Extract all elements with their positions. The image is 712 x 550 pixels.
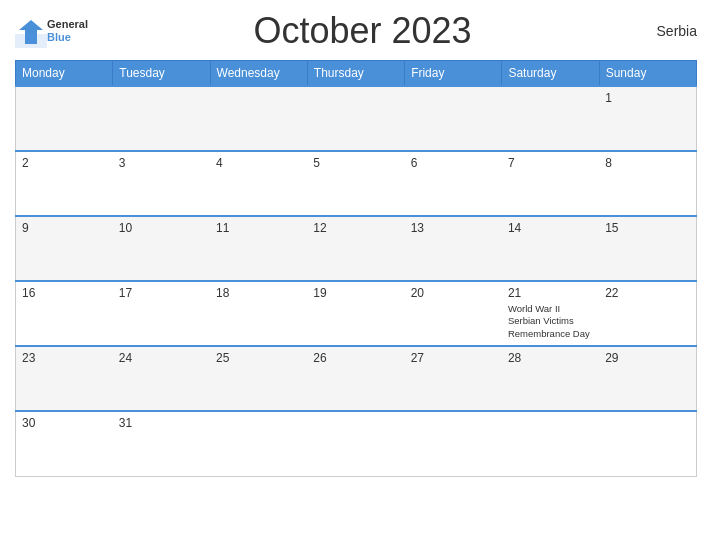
calendar-cell: 26 — [307, 346, 404, 411]
day-number: 11 — [216, 221, 301, 235]
col-saturday: Saturday — [502, 61, 599, 87]
calendar-cell: 23 — [16, 346, 113, 411]
calendar-cell: 17 — [113, 281, 210, 346]
day-number: 18 — [216, 286, 301, 300]
calendar-table: Monday Tuesday Wednesday Thursday Friday… — [15, 60, 697, 477]
day-number: 31 — [119, 416, 204, 430]
day-number: 26 — [313, 351, 398, 365]
day-number: 2 — [22, 156, 107, 170]
day-number: 13 — [411, 221, 496, 235]
calendar-cell: 4 — [210, 151, 307, 216]
day-number: 16 — [22, 286, 107, 300]
day-number: 6 — [411, 156, 496, 170]
calendar-cell: 13 — [405, 216, 502, 281]
calendar-cell — [502, 86, 599, 151]
day-number: 19 — [313, 286, 398, 300]
calendar-cell: 20 — [405, 281, 502, 346]
day-number: 24 — [119, 351, 204, 365]
calendar-cell: 11 — [210, 216, 307, 281]
calendar-cell: 28 — [502, 346, 599, 411]
calendar-cell — [405, 411, 502, 476]
calendar-cell — [210, 86, 307, 151]
day-number: 17 — [119, 286, 204, 300]
calendar-cell: 19 — [307, 281, 404, 346]
day-number: 28 — [508, 351, 593, 365]
col-sunday: Sunday — [599, 61, 696, 87]
calendar-cell — [113, 86, 210, 151]
calendar-cell — [405, 86, 502, 151]
calendar-cell — [210, 411, 307, 476]
day-number: 29 — [605, 351, 690, 365]
day-number: 27 — [411, 351, 496, 365]
day-number: 4 — [216, 156, 301, 170]
col-monday: Monday — [16, 61, 113, 87]
calendar-cell — [599, 411, 696, 476]
col-tuesday: Tuesday — [113, 61, 210, 87]
day-number: 22 — [605, 286, 690, 300]
calendar-cell: 24 — [113, 346, 210, 411]
calendar-header: Monday Tuesday Wednesday Thursday Friday… — [16, 61, 697, 87]
calendar-week-row: 1 — [16, 86, 697, 151]
logo-blue: Blue — [47, 31, 88, 44]
calendar-title: October 2023 — [88, 10, 637, 52]
calendar-cell: 1 — [599, 86, 696, 151]
page-header: General Blue October 2023 Serbia — [15, 10, 697, 52]
calendar-cell: 18 — [210, 281, 307, 346]
day-number: 5 — [313, 156, 398, 170]
logo-icon — [15, 16, 45, 46]
logo-text: General Blue — [47, 18, 88, 44]
calendar-cell: 31 — [113, 411, 210, 476]
day-number: 21 — [508, 286, 593, 300]
calendar-cell: 14 — [502, 216, 599, 281]
calendar-cell: 5 — [307, 151, 404, 216]
calendar-cell: 29 — [599, 346, 696, 411]
calendar-cell — [307, 86, 404, 151]
calendar-cell: 10 — [113, 216, 210, 281]
calendar-cell: 9 — [16, 216, 113, 281]
calendar-week-row: 9101112131415 — [16, 216, 697, 281]
calendar-cell: 6 — [405, 151, 502, 216]
day-number: 9 — [22, 221, 107, 235]
day-number: 3 — [119, 156, 204, 170]
country-label: Serbia — [637, 23, 697, 39]
logo: General Blue — [15, 16, 88, 46]
col-thursday: Thursday — [307, 61, 404, 87]
calendar-cell: 2 — [16, 151, 113, 216]
calendar-week-row: 2345678 — [16, 151, 697, 216]
calendar-page: General Blue October 2023 Serbia Monday … — [0, 0, 712, 550]
calendar-cell: 27 — [405, 346, 502, 411]
day-number: 12 — [313, 221, 398, 235]
calendar-cell: 3 — [113, 151, 210, 216]
day-number: 1 — [605, 91, 690, 105]
day-number: 14 — [508, 221, 593, 235]
calendar-cell — [16, 86, 113, 151]
calendar-cell: 12 — [307, 216, 404, 281]
day-number: 15 — [605, 221, 690, 235]
calendar-cell: 30 — [16, 411, 113, 476]
event-label: World War II Serbian Victims Remembrance… — [508, 303, 593, 340]
calendar-cell: 15 — [599, 216, 696, 281]
calendar-cell: 22 — [599, 281, 696, 346]
calendar-cell: 16 — [16, 281, 113, 346]
calendar-cell: 25 — [210, 346, 307, 411]
calendar-week-row: 161718192021World War II Serbian Victims… — [16, 281, 697, 346]
calendar-body: 123456789101112131415161718192021World W… — [16, 86, 697, 476]
day-number: 23 — [22, 351, 107, 365]
calendar-cell: 8 — [599, 151, 696, 216]
day-number: 10 — [119, 221, 204, 235]
weekday-header-row: Monday Tuesday Wednesday Thursday Friday… — [16, 61, 697, 87]
calendar-cell: 7 — [502, 151, 599, 216]
day-number: 25 — [216, 351, 301, 365]
calendar-cell: 21World War II Serbian Victims Remembran… — [502, 281, 599, 346]
day-number: 8 — [605, 156, 690, 170]
calendar-week-row: 3031 — [16, 411, 697, 476]
calendar-cell — [502, 411, 599, 476]
calendar-week-row: 23242526272829 — [16, 346, 697, 411]
col-friday: Friday — [405, 61, 502, 87]
logo-general: General — [47, 18, 88, 31]
calendar-cell — [307, 411, 404, 476]
col-wednesday: Wednesday — [210, 61, 307, 87]
day-number: 30 — [22, 416, 107, 430]
day-number: 7 — [508, 156, 593, 170]
svg-rect-2 — [15, 34, 47, 48]
